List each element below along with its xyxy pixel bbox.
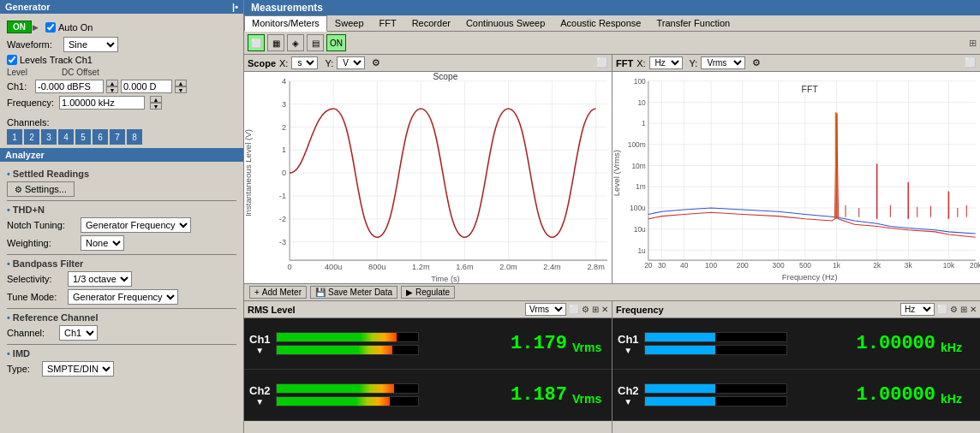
tab-fft[interactable]: FFT (372, 15, 404, 31)
channel-5-btn[interactable]: 5 (75, 129, 91, 145)
rms-meter-settings-icon[interactable]: ⬜ (569, 305, 579, 314)
notch-tuning-select[interactable]: Generator Frequency (81, 217, 191, 233)
toolbar-btn-5[interactable]: ON (326, 34, 346, 51)
freq-down[interactable]: ▼ (150, 103, 162, 110)
freq-close-icon[interactable]: ✕ (970, 305, 977, 314)
scope-title: Scope (248, 58, 276, 68)
freq-ch1-bar-bg (644, 332, 787, 342)
freq-up[interactable]: ▲ (150, 96, 162, 103)
rms-ch1-arrow[interactable]: ▼ (255, 346, 264, 355)
svg-text:1.6m: 1.6m (456, 262, 474, 271)
svg-text:200: 200 (737, 261, 749, 270)
svg-rect-0 (244, 72, 612, 283)
fft-expand-icon[interactable]: ⬜ (965, 57, 977, 68)
toolbar-expand[interactable]: ⊞ (969, 38, 977, 49)
frequency-input[interactable] (59, 96, 145, 110)
svg-text:Frequency (Hz): Frequency (Hz) (782, 272, 838, 282)
channel-6-btn[interactable]: 6 (93, 129, 108, 145)
rms-ch2-selector[interactable]: Ch2 ▼ (249, 384, 271, 406)
scope-y-select[interactable]: V (337, 56, 365, 69)
scope-x-select[interactable]: s (291, 56, 318, 69)
svg-text:4: 4 (282, 76, 286, 86)
tab-recorder[interactable]: Recorder (404, 15, 458, 31)
rms-ch1-bar-area (276, 332, 419, 355)
fft-x-select[interactable]: Hz (649, 56, 683, 69)
fft-y-select[interactable]: VrmsdBFS (701, 56, 745, 69)
freq-expand-icon[interactable]: ⊞ (960, 305, 967, 314)
settings-button[interactable]: ⚙ Settings... (7, 181, 75, 197)
svg-text:10m: 10m (631, 162, 645, 170)
regulate-button[interactable]: ▶ Regulate (401, 286, 455, 299)
ch1-dc-spinner[interactable]: ▲ ▼ (175, 80, 187, 93)
freq-unit-select[interactable]: Hz kHz (900, 303, 935, 316)
selectivity-select[interactable]: 1/3 octave 1 octave (68, 271, 132, 287)
notch-tuning-label: Notch Tuning: (7, 220, 75, 230)
tune-mode-select[interactable]: Generator Frequency (68, 289, 178, 305)
toolbar-btn-4[interactable]: ▤ (307, 34, 324, 51)
imd-type-select[interactable]: SMPTE/DIN CCIF (42, 361, 114, 377)
channel-3-btn[interactable]: 3 (41, 129, 57, 145)
scope-y-label: Y: (325, 58, 333, 68)
tab-continuous-sweep[interactable]: Continuous Sweep (458, 15, 553, 31)
channel-1-btn[interactable]: 1 (7, 129, 22, 145)
svg-text:Scope: Scope (433, 72, 457, 81)
tab-acoustic-response[interactable]: Acoustic Response (553, 15, 648, 31)
ch1-level-spinner[interactable]: ▲ ▼ (106, 80, 118, 93)
generator-header: Generator |• (0, 0, 243, 14)
channel-2-btn[interactable]: 2 (24, 129, 39, 145)
tab-sweep[interactable]: Sweep (327, 15, 372, 31)
freq-meter-title: Frequency (616, 305, 664, 315)
ref-channel-select[interactable]: Ch1 Ch2 (59, 325, 98, 341)
on-off-toggle[interactable]: ON ▶ (7, 21, 39, 33)
on-button[interactable]: ON (7, 21, 32, 33)
toolbar-btn-3[interactable]: ◈ (287, 34, 304, 51)
rms-meter-gear-icon[interactable]: ⚙ (582, 305, 589, 314)
channel-8-btn[interactable]: 8 (127, 129, 142, 145)
freq-ch1-arrow[interactable]: ▼ (624, 346, 632, 355)
freq-ch2-value: 1.00000 (792, 384, 935, 406)
waveform-select[interactable]: Sine Square Triangle (63, 37, 118, 52)
save-meter-data-button[interactable]: 💾 Save Meter Data (310, 286, 397, 299)
ch1-dc-input[interactable] (121, 80, 172, 93)
ch1-level-input[interactable] (35, 80, 104, 93)
svg-text:3k: 3k (905, 261, 913, 270)
tab-monitors-meters[interactable]: Monitors/Meters (244, 15, 327, 32)
scope-settings-icon[interactable]: ⚙ (372, 57, 380, 68)
svg-text:20: 20 (644, 261, 653, 270)
freq-ch2-selector[interactable]: Ch2 ▼ (618, 384, 639, 406)
fft-settings-icon[interactable]: ⚙ (752, 57, 761, 68)
tab-transfer-function[interactable]: Transfer Function (648, 15, 738, 31)
analyzer-title: Analyzer (5, 150, 45, 160)
toolbar-btn-1[interactable]: ⬜ (248, 34, 265, 51)
ch1-level-up[interactable]: ▲ (106, 80, 118, 86)
rms-close-icon[interactable]: ✕ (601, 305, 608, 314)
frequency-spinner[interactable]: ▲ ▼ (150, 96, 162, 110)
svg-text:2k: 2k (873, 261, 881, 270)
svg-text:2.4m: 2.4m (543, 262, 561, 271)
rms-ch1-selector[interactable]: Ch1 ▼ (249, 333, 271, 355)
auto-on-checkbox[interactable] (45, 22, 56, 33)
channel-7-btn[interactable]: 7 (110, 129, 125, 145)
add-meter-button[interactable]: + Add Meter (249, 286, 307, 299)
fft-svg: 100 10 1 100m 10m 1m 100u 10u 1u 20 30 4… (612, 72, 980, 283)
rms-ch2-arrow[interactable]: ▼ (255, 397, 264, 406)
channel-4-btn[interactable]: 4 (58, 129, 74, 145)
ch1-dc-up[interactable]: ▲ (175, 80, 187, 86)
ch1-level-down[interactable]: ▼ (106, 86, 118, 93)
ch1-dc-down[interactable]: ▼ (175, 86, 187, 93)
freq-ch2-arrow[interactable]: ▼ (624, 397, 632, 406)
levels-track-label: Levels Track Ch1 (20, 55, 93, 65)
weighting-select[interactable]: None A (81, 235, 124, 251)
freq-meter-gear-icon[interactable]: ⚙ (950, 305, 958, 314)
freq-ch1-selector[interactable]: Ch1 ▼ (618, 333, 639, 355)
levels-track-checkbox[interactable] (7, 55, 17, 65)
freq-ch2-bar-fill-2 (645, 397, 716, 406)
frequency-label: Frequency: (7, 98, 54, 108)
freq-ch1-unit: kHz (941, 341, 975, 354)
toolbar-btn-2[interactable]: ▦ (267, 34, 284, 51)
rms-unit-select[interactable]: Vrms dBFS (525, 303, 566, 316)
auto-on-checkbox-label[interactable]: Auto On (45, 22, 93, 33)
scope-expand-icon[interactable]: ⬜ (596, 57, 608, 68)
freq-meter-settings-icon[interactable]: ⬜ (937, 305, 947, 314)
rms-expand-icon[interactable]: ⊞ (592, 305, 599, 314)
